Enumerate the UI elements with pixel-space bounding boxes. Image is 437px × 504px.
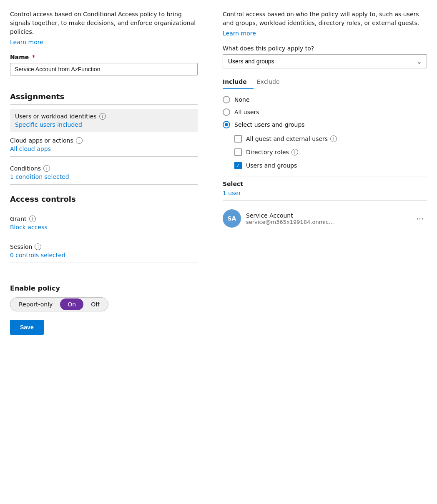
- right-learn-more[interactable]: Learn more: [223, 30, 256, 37]
- session-title: Session: [10, 243, 32, 250]
- required-asterisk: *: [30, 54, 35, 60]
- user-info: Service Account service@m365x199184.onmi…: [246, 212, 408, 225]
- session-section: Session i 0 controls selected: [10, 239, 198, 261]
- toggle-report-only[interactable]: Report-only: [11, 298, 60, 310]
- checkbox-checkmark-icon: ✓: [236, 163, 240, 168]
- checkbox-all-guest-label: All guest and external users i: [246, 135, 337, 142]
- bottom-section: Enable policy Report-only On Off Save: [0, 274, 437, 345]
- radio-select-users-label: Select users and groups: [234, 121, 305, 128]
- checkbox-directory-roles-label: Directory roles i: [246, 149, 298, 155]
- session-divider: [10, 263, 198, 263]
- checkbox-group: All guest and external users i Directory…: [234, 135, 427, 169]
- grant-title: Grant: [10, 216, 27, 222]
- grant-section: Grant i Block access: [10, 211, 198, 233]
- left-learn-more[interactable]: Learn more: [10, 39, 43, 45]
- users-workload-item[interactable]: Users or workload identities i Specific …: [10, 109, 198, 132]
- user-more-options-icon[interactable]: ⋯: [413, 213, 427, 225]
- specific-users-link[interactable]: Specific users included: [15, 121, 82, 128]
- policy-name-input[interactable]: [10, 63, 198, 75]
- radio-group: None All users Select users and groups: [223, 96, 427, 128]
- all-cloud-apps-link[interactable]: All cloud apps: [10, 145, 51, 152]
- radio-dot: [225, 123, 228, 126]
- tab-include[interactable]: Include: [223, 75, 254, 89]
- checkbox-all-guest[interactable]: All guest and external users i: [234, 135, 427, 143]
- checkbox-all-guest-box: [234, 135, 242, 143]
- radio-none-circle: [223, 96, 230, 103]
- conditions-divider: [10, 184, 198, 185]
- checkbox-users-groups[interactable]: ✓ Users and groups: [234, 162, 427, 169]
- policy-dropdown[interactable]: Users and groups Workload identities: [223, 54, 427, 68]
- cloud-apps-divider: [10, 156, 198, 157]
- left-description: Control access based on Conditional Acce…: [10, 10, 198, 36]
- conditions-section: Conditions i 1 condition selected: [10, 161, 198, 183]
- save-button[interactable]: Save: [10, 320, 44, 335]
- checkbox-users-groups-label: Users and groups: [246, 162, 297, 169]
- enable-policy-label: Enable policy: [10, 284, 427, 292]
- toggle-off[interactable]: Off: [83, 298, 107, 310]
- session-info-icon[interactable]: i: [35, 243, 41, 250]
- toggle-on[interactable]: On: [60, 298, 83, 310]
- radio-none-label: None: [234, 96, 250, 103]
- cloud-apps-section: Cloud apps or actions i All cloud apps: [10, 133, 198, 155]
- directory-roles-info-icon[interactable]: i: [291, 149, 298, 155]
- cloud-apps-title: Cloud apps or actions: [10, 137, 73, 144]
- select-users-link[interactable]: 1 user: [223, 190, 241, 196]
- select-divider: [223, 176, 427, 176]
- user-card: SA Service Account service@m365x199184.o…: [223, 205, 427, 232]
- radio-select-users-circle: [223, 121, 230, 128]
- access-controls-header: Access controls: [10, 195, 198, 203]
- toggle-group: Report-only On Off: [10, 297, 108, 311]
- grant-info-icon[interactable]: i: [29, 216, 36, 222]
- radio-select-users-groups[interactable]: Select users and groups: [223, 121, 427, 128]
- include-exclude-tabs: Include Exclude: [223, 75, 427, 89]
- grant-divider: [10, 235, 198, 235]
- users-workload-info-icon[interactable]: i: [99, 113, 106, 120]
- checkbox-directory-roles-box: [234, 148, 242, 156]
- user-name: Service Account: [246, 212, 408, 219]
- checkbox-directory-roles[interactable]: Directory roles i: [234, 148, 427, 156]
- right-description: Control access based on who the policy w…: [223, 10, 427, 28]
- users-workload-title: Users or workload identities: [15, 113, 97, 120]
- user-email: service@m365x199184.onmic...: [246, 219, 408, 225]
- cloud-apps-info-icon[interactable]: i: [76, 137, 83, 144]
- user-card-divider: [223, 201, 427, 201]
- access-controls-divider: [10, 207, 198, 207]
- assignments-divider: [10, 104, 198, 105]
- radio-all-users-circle: [223, 108, 230, 116]
- radio-all-users-label: All users: [234, 109, 259, 115]
- assignments-header: Assignments: [10, 92, 198, 101]
- grant-link[interactable]: Block access: [10, 224, 48, 231]
- conditions-title: Conditions: [10, 165, 41, 172]
- left-panel: Control access based on Conditional Acce…: [10, 10, 214, 267]
- checkbox-users-groups-box: ✓: [234, 162, 242, 169]
- session-link[interactable]: 0 controls selected: [10, 252, 65, 258]
- select-label: Select: [223, 181, 427, 187]
- tab-exclude[interactable]: Exclude: [257, 75, 286, 89]
- radio-none[interactable]: None: [223, 96, 427, 103]
- radio-all-users[interactable]: All users: [223, 108, 427, 116]
- all-guest-info-icon[interactable]: i: [330, 135, 337, 142]
- name-label: Name *: [10, 54, 35, 60]
- user-avatar: SA: [223, 209, 241, 228]
- conditions-info-icon[interactable]: i: [43, 165, 50, 172]
- conditions-link[interactable]: 1 condition selected: [10, 173, 69, 180]
- select-section: Select 1 user: [223, 181, 427, 196]
- right-panel: Control access based on who the policy w…: [214, 10, 427, 267]
- policy-applies-label: What does this policy apply to?: [223, 45, 427, 52]
- policy-dropdown-wrapper: Users and groups Workload identities ⌄: [223, 54, 427, 68]
